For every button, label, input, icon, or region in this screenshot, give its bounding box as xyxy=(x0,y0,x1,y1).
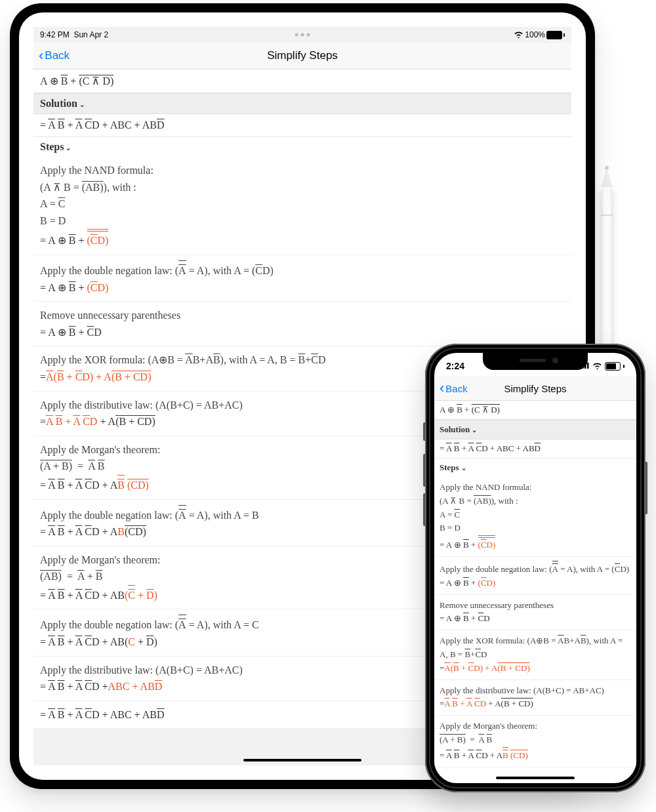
back-button[interactable]: ‹ Back xyxy=(39,49,70,63)
step-description: Apply the NAND formula:(A ⊼ B = (AB)), w… xyxy=(440,481,631,535)
iphone-screen: 2:24 ‹ Back Simplify Steps A ⊕ B + (C ⊼ … xyxy=(434,353,636,783)
step-expression: = A B + A CD + AB (CD) xyxy=(440,747,631,763)
step-item: Apply the distributive law: (A(B+C) = AB… xyxy=(434,680,636,716)
back-button[interactable]: ‹ Back xyxy=(440,381,468,396)
status-time-date: 9:42 PM Sun Apr 2 xyxy=(40,30,108,39)
battery-icon xyxy=(605,362,621,371)
input-expression: A ⊕ B + (C ⊼ D) xyxy=(434,401,636,420)
solution-expression: = A B + A CD + ABC + ABD xyxy=(434,439,636,458)
step-item: Apply de Morgan's theorem:(A + B) = A B=… xyxy=(434,716,636,767)
page-title: Simplify Steps xyxy=(33,49,571,62)
status-right: 100% xyxy=(514,30,565,39)
step-expression: = A ⊕ B + (CD) xyxy=(40,279,565,296)
step-item: Apply the double negation law: (A = A), … xyxy=(434,557,636,595)
chevron-down-icon: ⌄ xyxy=(461,464,466,472)
step-item: Apply the XOR formula: (A⊕B = AB+AB), wi… xyxy=(434,630,636,680)
iphone-device: 2:24 ‹ Back Simplify Steps A ⊕ B + (C ⊼ … xyxy=(425,344,646,792)
home-indicator[interactable] xyxy=(496,777,575,779)
solution-label: Solution xyxy=(440,424,470,434)
back-label: Back xyxy=(445,383,467,394)
solution-expression: = A B + A CD + ABC + ABD xyxy=(33,114,571,137)
ipad-navbar: ‹ Back Simplify Steps xyxy=(33,43,571,70)
step-expression: =A(B + CD) + A(B + CD) xyxy=(440,662,631,676)
step-expression: = A ⊕ B + (CD) xyxy=(440,577,631,590)
step-description: Apply the double negation law: (A = A), … xyxy=(440,561,631,577)
step-expression: =A B + A CD + A(B + CD) xyxy=(440,697,631,711)
iphone-content[interactable]: A ⊕ B + (C ⊼ D) Solution⌄ = A B + A CD +… xyxy=(434,401,636,767)
step-description: Apply the double negation law: (A = A), … xyxy=(40,260,565,279)
steps-header[interactable]: Steps⌄ xyxy=(33,137,571,157)
iphone-notch xyxy=(483,353,588,370)
solution-header[interactable]: Solution⌄ xyxy=(33,93,571,114)
step-item: Remove unnecessary parentheses= A ⊕ B + … xyxy=(33,302,571,346)
status-time: 9:42 PM xyxy=(40,30,70,39)
step-expression: = A ⊕ B + (CD) xyxy=(40,229,565,249)
wifi-icon xyxy=(514,31,523,39)
step-item: Apply the double negation law: (A = A), … xyxy=(33,255,571,302)
chevron-down-icon: ⌄ xyxy=(472,426,477,434)
chevron-down-icon: ⌄ xyxy=(66,144,71,152)
solution-header[interactable]: Solution⌄ xyxy=(434,420,636,439)
chevron-left-icon: ‹ xyxy=(39,49,43,63)
battery-icon xyxy=(546,31,562,39)
step-description: Apply de Morgan's theorem:(A + B) = A B xyxy=(440,720,631,747)
back-label: Back xyxy=(45,49,70,62)
wifi-icon xyxy=(592,362,602,371)
step-item: Remove unnecessary parentheses= A ⊕ B + … xyxy=(434,595,636,631)
solution-label: Solution xyxy=(40,98,77,109)
input-expression: A ⊕ B + (C ⊼ D) xyxy=(33,70,571,93)
step-description: Apply the NAND formula:(A ⊼ B = (AB)), w… xyxy=(40,162,565,229)
chevron-down-icon: ⌄ xyxy=(79,101,85,108)
chevron-left-icon: ‹ xyxy=(440,381,444,396)
step-expression: = A ⊕ B + (CD) xyxy=(440,535,631,552)
status-date: Sun Apr 2 xyxy=(73,30,108,39)
step-item: Apply the NAND formula:(A ⊼ B = (AB)), w… xyxy=(434,477,636,557)
steps-header[interactable]: Steps⌄ xyxy=(434,458,636,477)
svg-rect-3 xyxy=(587,363,589,369)
home-indicator[interactable] xyxy=(243,759,361,761)
step-expression: = A ⊕ B + CD xyxy=(440,612,631,626)
multitask-dots-icon[interactable] xyxy=(295,33,310,37)
steps-label: Steps xyxy=(40,141,64,152)
steps-label: Steps xyxy=(440,462,459,472)
step-description: Apply the distributive law: (A(B+C) = AB… xyxy=(440,684,631,698)
step-description: Remove unnecessary parentheses xyxy=(40,307,565,324)
step-description: Apply the XOR formula: (A⊕B = AB+AB), wi… xyxy=(440,634,631,662)
battery-percent: 100% xyxy=(525,30,545,39)
ipad-status-bar: 9:42 PM Sun Apr 2 100% xyxy=(33,27,571,43)
step-description: Remove unnecessary parentheses xyxy=(440,599,631,613)
step-expression: = A ⊕ B + CD xyxy=(40,324,565,341)
status-time: 2:24 xyxy=(446,361,464,371)
step-item: Apply the NAND formula:(A ⊼ B = (AB)), w… xyxy=(33,157,571,255)
iphone-navbar: ‹ Back Simplify Steps xyxy=(434,376,636,401)
